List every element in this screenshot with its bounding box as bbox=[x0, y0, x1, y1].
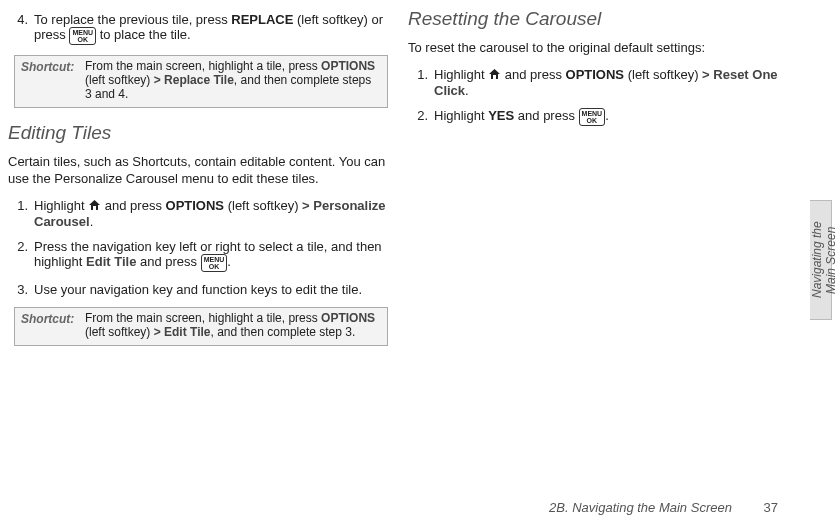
heading-editing-tiles: Editing Tiles bbox=[8, 122, 388, 144]
text: From the main screen, highlight a tile, … bbox=[85, 59, 321, 73]
text: . bbox=[90, 214, 94, 229]
text: , and then complete step 3. bbox=[211, 325, 356, 339]
step-2: 2. Press the navigation key left or righ… bbox=[8, 239, 388, 272]
text: . bbox=[605, 108, 609, 123]
shortcut-body: From the main screen, highlight a tile, … bbox=[85, 311, 381, 339]
shortcut-box-2: Shortcut: From the main screen, highligh… bbox=[14, 307, 388, 346]
step-3: 3. Use your navigation key and function … bbox=[8, 282, 388, 297]
step-text: Highlight YES and press MENUOK. bbox=[434, 108, 788, 126]
text: To replace the previous tile, press bbox=[34, 12, 231, 27]
home-icon bbox=[88, 199, 101, 214]
options-label: OPTIONS bbox=[566, 67, 625, 82]
step-number: 1. bbox=[8, 198, 34, 229]
text: . bbox=[465, 83, 469, 98]
footer-section: 2B. Navigating the Main Screen bbox=[549, 500, 732, 515]
replace-label: REPLACE bbox=[231, 12, 293, 27]
text: (left softkey) bbox=[224, 198, 302, 213]
gt-icon: > bbox=[154, 325, 161, 339]
options-label: OPTIONS bbox=[321, 311, 375, 325]
step-number: 2. bbox=[8, 239, 34, 272]
step-text: Highlight and press OPTIONS (left softke… bbox=[434, 67, 788, 98]
text: and press bbox=[101, 198, 165, 213]
page-number: 37 bbox=[764, 500, 778, 515]
heading-resetting-carousel: Resetting the Carousel bbox=[408, 8, 788, 30]
shortcut-box-1: Shortcut: From the main screen, highligh… bbox=[14, 55, 388, 108]
text: to place the tile. bbox=[96, 27, 191, 42]
text: (left softkey) bbox=[85, 325, 154, 339]
shortcut-body: From the main screen, highlight a tile, … bbox=[85, 59, 381, 101]
intro-text: To reset the carousel to the original de… bbox=[408, 40, 788, 57]
step-number: 1. bbox=[408, 67, 434, 98]
text: and press bbox=[514, 108, 578, 123]
text: (left softkey) bbox=[624, 67, 702, 82]
step-2: 2. Highlight YES and press MENUOK. bbox=[408, 108, 788, 126]
step-1: 1. Highlight and press OPTIONS (left sof… bbox=[8, 198, 388, 229]
step-4: 4. To replace the previous tile, press R… bbox=[8, 12, 388, 45]
text: and press bbox=[501, 67, 565, 82]
gt-icon: > bbox=[154, 73, 161, 87]
options-label: OPTIONS bbox=[166, 198, 225, 213]
text: and press bbox=[136, 254, 200, 269]
shortcut-label: Shortcut: bbox=[21, 312, 74, 326]
menu-ok-key-icon: MENUOK bbox=[201, 254, 228, 272]
edit-tile-label: Edit Tile bbox=[161, 325, 211, 339]
step-text: Press the navigation key left or right t… bbox=[34, 239, 388, 272]
footer: 2B. Navigating the Main Screen 37 bbox=[549, 500, 778, 515]
shortcut-label: Shortcut: bbox=[21, 60, 74, 74]
text: From the main screen, highlight a tile, … bbox=[85, 311, 321, 325]
side-tab: Navigating the Main Screen bbox=[810, 200, 832, 320]
step-number: 4. bbox=[8, 12, 34, 45]
step-text: Highlight and press OPTIONS (left softke… bbox=[34, 198, 388, 229]
options-label: OPTIONS bbox=[321, 59, 375, 73]
step-number: 3. bbox=[8, 282, 34, 297]
step-text: Use your navigation key and function key… bbox=[34, 282, 388, 297]
text: Highlight bbox=[434, 67, 488, 82]
menu-ok-key-icon: MENUOK bbox=[579, 108, 606, 126]
paragraph: Certain tiles, such as Shortcuts, contai… bbox=[8, 154, 388, 188]
text: . bbox=[227, 254, 231, 269]
step-number: 2. bbox=[408, 108, 434, 126]
text: (left softkey) bbox=[85, 73, 154, 87]
home-icon bbox=[488, 68, 501, 83]
replace-tile-label: Replace Tile bbox=[161, 73, 234, 87]
edit-tile-label: Edit Tile bbox=[86, 254, 136, 269]
text: Highlight bbox=[34, 198, 88, 213]
gt-icon: > bbox=[302, 198, 310, 213]
step-1: 1. Highlight and press OPTIONS (left sof… bbox=[408, 67, 788, 98]
menu-ok-key-icon: MENUOK bbox=[69, 27, 96, 45]
yes-label: YES bbox=[488, 108, 514, 123]
step-text: To replace the previous tile, press REPL… bbox=[34, 12, 388, 45]
gt-icon: > bbox=[702, 67, 710, 82]
text: Highlight bbox=[434, 108, 488, 123]
